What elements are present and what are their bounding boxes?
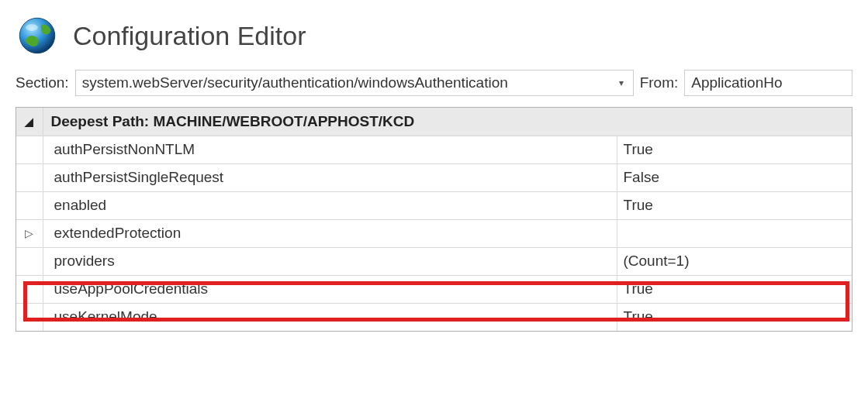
prop-name: authPersistNonNTLM [43, 136, 617, 163]
section-label: Section: [16, 74, 69, 91]
expand-icon[interactable]: ▷ [16, 219, 43, 247]
toolbar: Section: system.webServer/security/authe… [0, 65, 868, 107]
grid-row[interactable]: authPersistNonNTLM True [16, 136, 852, 163]
grid-row[interactable]: ▷ extendedProtection [16, 219, 852, 247]
prop-name: authPersistSingleRequest [43, 163, 617, 191]
prop-name: extendedProtection [43, 219, 617, 247]
prop-name: useKernelMode [43, 303, 617, 331]
prop-value[interactable]: True [617, 303, 852, 331]
property-grid: ◢ Deepest Path: MACHINE/WEBROOT/APPHOST/… [16, 107, 852, 332]
prop-value[interactable]: True [617, 275, 852, 303]
from-label: From: [640, 74, 679, 91]
prop-value[interactable]: True [617, 136, 852, 163]
grid-header-label: Deepest Path: [51, 113, 154, 129]
section-value: system.webServer/security/authentication… [82, 74, 616, 91]
collapse-icon[interactable]: ◢ [16, 108, 43, 136]
grid-row[interactable]: useKernelMode True [16, 303, 852, 331]
prop-name: enabled [43, 191, 617, 219]
prop-value[interactable]: True [617, 191, 852, 219]
svg-point-0 [19, 18, 55, 53]
prop-value[interactable]: (Count=1) [617, 247, 852, 275]
globe-icon [16, 14, 59, 57]
from-dropdown[interactable]: ApplicationHo [684, 70, 852, 96]
grid-row-highlighted[interactable]: useAppPoolCredentials True [16, 275, 852, 303]
grid-row[interactable]: providers (Count=1) [16, 247, 852, 275]
grid-header-path: MACHINE/WEBROOT/APPHOST/KCD [153, 113, 414, 129]
page-title: Configuration Editor [73, 21, 306, 51]
svg-point-1 [26, 24, 38, 31]
chevron-down-icon: ▾ [616, 77, 627, 88]
prop-name: providers [43, 247, 617, 275]
grid-row[interactable]: enabled True [16, 191, 852, 219]
from-value: ApplicationHo [691, 74, 782, 91]
section-dropdown[interactable]: system.webServer/security/authentication… [75, 70, 634, 96]
prop-value[interactable] [617, 219, 852, 247]
prop-value[interactable]: False [617, 163, 852, 191]
prop-name: useAppPoolCredentials [43, 275, 617, 303]
grid-row[interactable]: authPersistSingleRequest False [16, 163, 852, 191]
grid-header-row[interactable]: ◢ Deepest Path: MACHINE/WEBROOT/APPHOST/… [16, 108, 852, 136]
page-header: Configuration Editor [0, 0, 868, 65]
